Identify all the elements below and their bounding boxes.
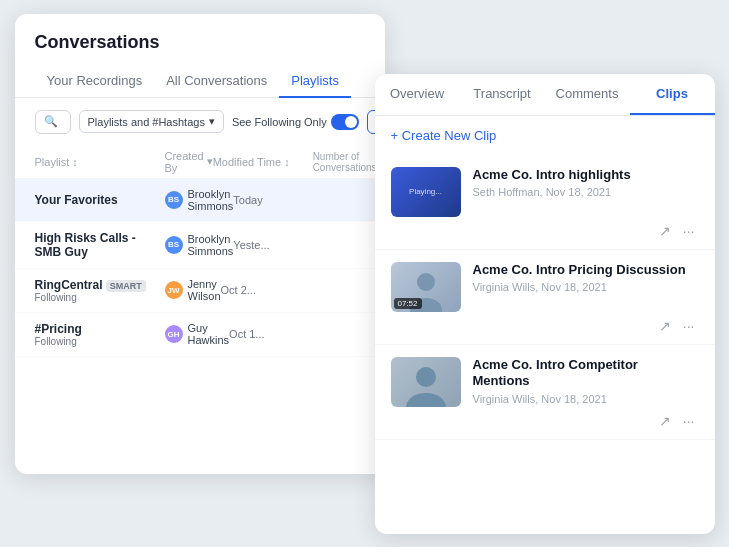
clip-thumbnail [391, 357, 461, 407]
tab-clips[interactable]: Clips [630, 74, 715, 115]
col-playlist: Playlist ↕ [35, 150, 165, 174]
time-cell: Oct 2... [221, 284, 321, 296]
more-options-icon[interactable]: ··· [683, 413, 695, 429]
right-tabs: Overview Transcript Comments Clips [375, 74, 715, 116]
creator-cell: BS Brooklyn Simmons [165, 233, 234, 257]
svg-point-2 [416, 367, 436, 387]
duration-badge: 07:52 [394, 298, 422, 309]
clip-meta: Virginia Wills, Nov 18, 2021 [473, 393, 699, 405]
clip-info: Acme Co. Intro Competitor Mentions Virgi… [473, 357, 699, 406]
panel-title: Conversations [35, 32, 365, 53]
clip-actions: ↗ ··· [391, 312, 699, 340]
search-icon: 🔍 [44, 115, 58, 128]
playlist-name: Your Favorites [35, 193, 165, 207]
clip-info: Acme Co. Intro Pricing Discussion Virgin… [473, 262, 699, 294]
creator-cell: JW Jenny Wilson [165, 278, 221, 302]
clip-actions: ↗ ··· [391, 407, 699, 435]
svg-point-0 [417, 273, 435, 291]
playing-label: Playing... [409, 187, 442, 196]
clip-info: Acme Co. Intro highlights Seth Hoffman, … [473, 167, 699, 199]
avatar: JW [165, 281, 183, 299]
tab-all-conversations[interactable]: All Conversations [154, 65, 279, 98]
playlist-row[interactable]: RingCentral SMART Following JW Jenny Wil… [15, 269, 385, 313]
share-icon[interactable]: ↗ [659, 413, 671, 429]
filter-label: Playlists and #Hashtags [88, 116, 205, 128]
playlist-name: RingCentral SMART Following [35, 278, 165, 303]
clip-actions: ↗ ··· [391, 217, 699, 245]
clip-thumbnail: Playing... [391, 167, 461, 217]
svg-point-3 [406, 393, 446, 407]
person-silhouette-icon [401, 363, 451, 407]
col-num-conversations: Number of Conversations [313, 150, 385, 174]
clips-panel: Overview Transcript Comments Clips + Cre… [375, 74, 715, 534]
following-label: See Following Only [232, 116, 327, 128]
tab-overview[interactable]: Overview [375, 74, 460, 115]
toggle-knob [345, 116, 357, 128]
tab-comments[interactable]: Comments [545, 74, 630, 115]
table-header: Playlist ↕ Created By ▾ Modified Time ↕ … [15, 146, 385, 179]
clip-meta: Virginia Wills, Nov 18, 2021 [473, 281, 699, 293]
playlist-row[interactable]: Your Favorites BS Brooklyn Simmons Today [15, 179, 385, 222]
col-created-by: Created By ▾ [165, 150, 213, 174]
clip-title: Acme Co. Intro Competitor Mentions [473, 357, 699, 391]
playlist-row[interactable]: #Pricing Following GH Guy Hawkins Oct 1.… [15, 313, 385, 357]
playlist-row[interactable]: High Risks Calls - SMB Guy BS Brooklyn S… [15, 222, 385, 269]
clip-thumbnail: 07:52 [391, 262, 461, 312]
clip-meta: Seth Hoffman, Nov 18, 2021 [473, 186, 699, 198]
avatar: BS [165, 236, 183, 254]
toolbar: 🔍 Playlists and #Hashtags ▾ See Followin… [15, 98, 385, 146]
filter-dropdown[interactable]: Playlists and #Hashtags ▾ [79, 110, 224, 133]
more-options-icon[interactable]: ··· [683, 223, 695, 239]
playlist-name: High Risks Calls - SMB Guy [35, 231, 165, 259]
clip-content: 07:52 Acme Co. Intro Pricing Discussion … [391, 262, 699, 312]
clip-content: Acme Co. Intro Competitor Mentions Virgi… [391, 357, 699, 407]
time-cell: Oct 1... [229, 328, 329, 340]
creator-cell: GH Guy Hawkins [165, 322, 230, 346]
search-box[interactable]: 🔍 [35, 110, 71, 134]
clip-item: 07:52 Acme Co. Intro Pricing Discussion … [375, 250, 715, 345]
playlist-name: #Pricing Following [35, 322, 165, 347]
clip-title: Acme Co. Intro Pricing Discussion [473, 262, 699, 279]
chevron-down-icon: ▾ [209, 115, 215, 128]
clip-item: Acme Co. Intro Competitor Mentions Virgi… [375, 345, 715, 440]
clip-title: Acme Co. Intro highlights [473, 167, 699, 184]
clip-content: Playing... Acme Co. Intro highlights Set… [391, 167, 699, 217]
share-icon[interactable]: ↗ [659, 318, 671, 334]
more-options-icon[interactable]: ··· [683, 318, 695, 334]
clips-list: Playing... Acme Co. Intro highlights Set… [375, 155, 715, 525]
avatar: GH [165, 325, 183, 343]
conversations-panel: Conversations Your Recordings All Conver… [15, 14, 385, 474]
creator-cell: BS Brooklyn Simmons [165, 188, 234, 212]
tab-playlists[interactable]: Playlists [279, 65, 351, 98]
avatar: BS [165, 191, 183, 209]
time-cell: Today [233, 194, 333, 206]
toggle-switch[interactable] [331, 114, 359, 130]
time-cell: Yeste... [233, 239, 333, 251]
main-tabs: Your Recordings All Conversations Playli… [15, 65, 385, 98]
share-icon[interactable]: ↗ [659, 223, 671, 239]
following-toggle: See Following Only [232, 114, 359, 130]
playlist-rows: Your Favorites BS Brooklyn Simmons Today… [15, 179, 385, 357]
tab-transcript[interactable]: Transcript [460, 74, 545, 115]
clip-item: Playing... Acme Co. Intro highlights Set… [375, 155, 715, 250]
tab-your-recordings[interactable]: Your Recordings [35, 65, 155, 98]
create-new-clip-button[interactable]: + Create New Clip [375, 116, 715, 155]
col-modified-time: Modified Time ↕ [213, 150, 313, 174]
